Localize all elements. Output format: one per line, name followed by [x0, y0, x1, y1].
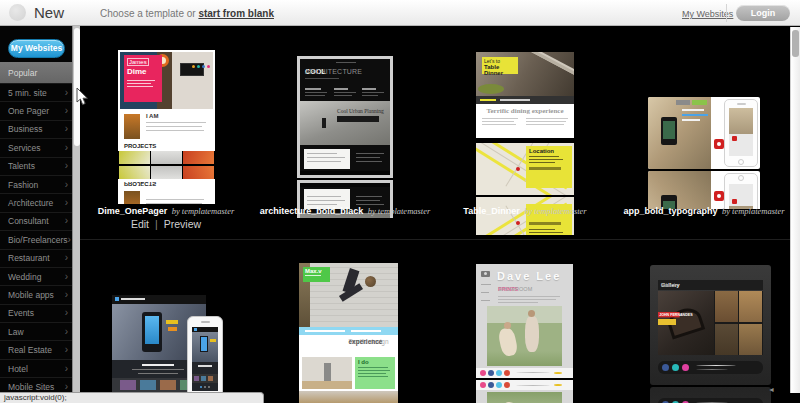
sidebar-item-events[interactable]: Events	[0, 305, 72, 323]
sidebar-item-one-pager[interactable]: One Pager	[0, 102, 72, 120]
sidebar-item-label: Talents	[8, 161, 35, 171]
chevron-right-icon	[65, 291, 68, 299]
arch-title-light: ARCHITECTURE	[305, 68, 362, 75]
sidebar-item-label: Mobile Sites	[8, 382, 54, 392]
sidebar-item-talents[interactable]: Talents	[0, 158, 72, 176]
template-name[interactable]: Dime_OnePager	[98, 206, 168, 216]
template-thumbnail-dave-lee[interactable]: Dave Lee PRINTS SHOWROOM	[476, 380, 573, 403]
sidebar-item-law[interactable]: Law	[0, 323, 72, 341]
sidebar-item-label: Architecture	[8, 198, 53, 208]
template-thumbnail-table-dinner[interactable]: Let's to Table Dinner Terrific dining ex…	[476, 52, 574, 195]
template-name[interactable]: architecture_bold_black	[260, 206, 364, 216]
sidebar-item-5-min-site[interactable]: 5 min. site	[0, 84, 72, 102]
dime-title-1: James	[127, 58, 149, 66]
collage-photo	[739, 324, 762, 355]
yellow-tag	[166, 320, 178, 324]
template-byline: by templatemaster	[524, 206, 587, 216]
sidebar-item-mobile-apps[interactable]: Mobile apps	[0, 286, 72, 304]
template-thumbnail-dime-onepager[interactable]: James Dime I AM PROJECTS	[118, 50, 215, 164]
social-dots	[482, 130, 502, 138]
tab-reach[interactable]: Reach	[661, 280, 677, 290]
template-thumbnail-john-fernandes[interactable]: Gallery Info Reach JOHN FERNANDES	[650, 387, 771, 403]
sidebar-item-hotel[interactable]: Hotel	[0, 360, 72, 378]
footer-social-strip	[476, 368, 573, 378]
phone-speaker	[201, 321, 210, 323]
collapse-left-arrow-icon[interactable]	[768, 386, 775, 393]
sidebar-item-restaurant[interactable]: Restaurant	[0, 250, 72, 268]
actions-separator: |	[155, 218, 158, 230]
sidebar-scrollbar[interactable]	[72, 26, 80, 403]
sidebar-item-label: Popular	[8, 68, 37, 78]
fernandes-badge: JOHN FERNANDES	[658, 312, 680, 317]
sidebar: My Websites Popular 5 min. site One Page…	[0, 26, 72, 403]
footer-social-strip	[658, 398, 763, 403]
template-thumbnail-dave-lee[interactable]: Dave Lee PRINTS SHOWROOM	[476, 264, 573, 378]
sidebar-item-label: Fashion	[8, 180, 38, 190]
sidebar-item-label: Business	[8, 124, 43, 134]
sidebar-item-business[interactable]: Business	[0, 121, 72, 139]
logo-circle-icon[interactable]	[9, 4, 26, 21]
template-byline: by templatemaster	[368, 206, 431, 216]
template-thumbnail-maxv[interactable]: Max.v Terrific design experience I do	[299, 263, 398, 403]
phone-screen	[192, 327, 218, 391]
orange-tag	[168, 327, 177, 331]
chevron-right-icon	[65, 309, 68, 317]
chevron-right-icon	[65, 346, 68, 354]
dime-banner: James Dime	[124, 55, 162, 102]
sidebar-item-popular[interactable]: Popular	[0, 62, 72, 84]
green-box-title: I do	[358, 359, 392, 365]
dave-lee-title: Dave Lee	[497, 270, 561, 282]
main-scrollbar[interactable]	[790, 27, 800, 393]
dime-projects-heading: PROJECTS	[124, 143, 156, 149]
template-gallery-page: New Choose a template or start from blan…	[0, 0, 800, 403]
sidebar-item-consultant[interactable]: Consultant	[0, 213, 72, 231]
edit-link[interactable]: Edit	[131, 218, 149, 230]
template-thumbnail-architecture-bold-black[interactable]: COOLARCHITECTURE Cool Urban Planning	[297, 56, 393, 178]
chevron-right-icon	[65, 383, 68, 391]
sidebar-item-bio-freelancers[interactable]: Bio/Freelancers	[0, 231, 72, 249]
dinner-main-section: Let's to Table Dinner Terrific dining ex…	[476, 52, 574, 138]
dinner-headline: Terrific dining experience	[476, 107, 574, 115]
sidebar-my-websites-button[interactable]: My Websites	[8, 39, 65, 58]
bottom-photo-strip	[299, 391, 398, 403]
contact-strip	[299, 327, 398, 335]
sidebar-item-fashion[interactable]: Fashion	[0, 176, 72, 194]
figure-2	[525, 316, 539, 352]
status-bar: javascript:void(0);	[0, 392, 264, 403]
herbs-graphic	[478, 84, 504, 94]
sidebar-item-architecture[interactable]: Architecture	[0, 194, 72, 212]
login-button[interactable]: Login	[736, 5, 790, 21]
preview-link[interactable]: Preview	[164, 218, 201, 230]
sidebar-item-label: One Pager	[8, 106, 49, 116]
template-actions: Edit|Preview	[80, 218, 252, 230]
chevron-right-icon	[65, 273, 68, 281]
start-from-blank-link[interactable]: start from blank	[198, 8, 274, 19]
main-scrollbar-thumb[interactable]	[792, 30, 799, 57]
sidebar-item-real-estate[interactable]: Real Estate	[0, 341, 72, 359]
template-label: Dime_OnePager by templatemaster	[80, 203, 252, 217]
template-thumbnail-john-fernandes[interactable]: Gallery Info Reach JOHN FERNANDES	[650, 265, 771, 385]
chevron-right-icon	[65, 365, 68, 373]
arch-photo: Cool Urban Planning	[300, 101, 390, 145]
arch-caption: Cool Urban Planning	[337, 108, 384, 114]
dime-section-heading: I AM	[146, 113, 158, 119]
app-icon-red	[714, 139, 724, 149]
sidebar-item-wedding[interactable]: Wedding	[0, 268, 72, 286]
collage-photo	[739, 291, 762, 322]
template-thumbnail-dime-onepager[interactable]: James Dime I AM PROJECTS	[118, 166, 215, 204]
sidebar-item-label: Restaurant	[8, 253, 50, 263]
map-pin-icon	[516, 167, 520, 171]
dinner-badge: Let's to Table Dinner	[482, 57, 518, 74]
social-dots	[190, 54, 210, 72]
template-name[interactable]: app_bold_typography	[623, 206, 717, 216]
template-thumbnail-app-bold-typography[interactable]	[648, 97, 760, 169]
projects-strip	[118, 151, 215, 164]
meadow-photo	[487, 392, 562, 403]
sidebar-item-services[interactable]: Services	[0, 139, 72, 157]
dinner-badge-name: Table Dinner	[484, 64, 516, 76]
yellow-badge	[658, 319, 676, 325]
map-pin-icon	[516, 221, 520, 225]
iphone-mockup-mobile-app[interactable]	[187, 316, 223, 403]
template-name[interactable]: Table_Dinner	[463, 206, 519, 216]
chevron-right-icon	[65, 144, 68, 152]
